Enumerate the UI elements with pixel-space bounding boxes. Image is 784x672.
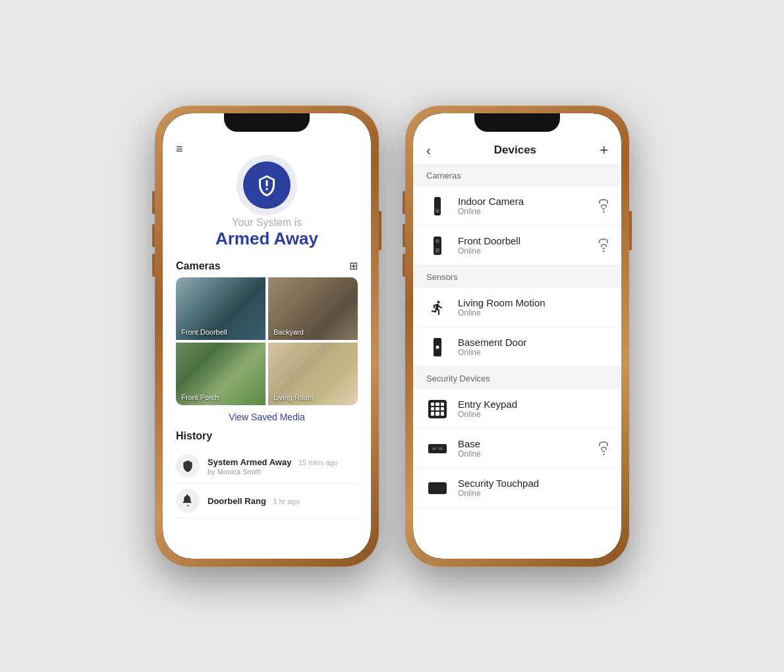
notch-right xyxy=(474,113,560,132)
base-wifi-icon xyxy=(599,441,608,455)
base-device-icon xyxy=(428,444,447,453)
living-room-motion-info: Living Room Motion Online xyxy=(458,297,608,318)
camera-thumb-living-room[interactable]: Living Room xyxy=(268,343,358,405)
cam-label-backyard: Backyard xyxy=(273,328,304,336)
security-devices-section-title: Security Devices xyxy=(426,374,490,383)
back-button[interactable]: ‹ xyxy=(426,143,431,158)
device-item-base[interactable]: Base Online xyxy=(413,429,621,468)
base-icon-wrap xyxy=(426,444,449,453)
entry-keypad-name: Entry Keypad xyxy=(458,399,608,410)
door-sensor-icon-wrap xyxy=(426,338,449,356)
touchpad-icon-wrap xyxy=(426,482,449,494)
history-item-doorbell[interactable]: Doorbell Rang 1 hr ago xyxy=(176,484,358,518)
base-name: Base xyxy=(458,438,590,449)
history-armed-sub: by Monica Smith xyxy=(208,468,358,476)
history-section-label: History xyxy=(176,430,358,442)
camera-thumb-front-doorbell[interactable]: Front Doorbell xyxy=(176,277,266,340)
living-room-motion-name: Living Room Motion xyxy=(458,297,608,308)
doorbell-history-icon xyxy=(181,494,194,507)
indoor-camera-info: Indoor Camera Online xyxy=(458,196,590,216)
notch xyxy=(224,113,310,132)
device-item-security-touchpad[interactable]: Security Touchpad Online xyxy=(413,468,621,508)
status-area: Your System is Armed Away xyxy=(176,161,358,249)
security-touchpad-name: Security Touchpad xyxy=(458,478,608,489)
motion-sensor-icon xyxy=(430,300,445,316)
history-item-armed-title: System Armed Away 15 mins ago xyxy=(208,456,358,468)
motion-icon-wrap xyxy=(426,300,449,316)
nav-bar: ‹ Devices + xyxy=(413,136,621,164)
camera-thumb-backyard[interactable]: Backyard xyxy=(268,277,358,340)
indoor-camera-name: Indoor Camera xyxy=(458,196,590,207)
base-status: Online xyxy=(458,449,590,459)
cam-label-living-room: Living Room xyxy=(273,393,314,401)
system-pre-text: Your System is xyxy=(176,217,358,229)
shield-circle xyxy=(243,161,291,209)
camera-grid: Front Doorbell Backyard Front Porch Livi… xyxy=(176,277,358,405)
history-armed-title-text: System Armed Away xyxy=(208,457,291,467)
keypad-icon xyxy=(428,400,447,418)
cam-label-front-porch: Front Porch xyxy=(181,393,219,401)
shield-history-icon xyxy=(181,459,194,472)
indoor-camera-status: Online xyxy=(458,207,590,216)
basement-door-info: Basement Door Online xyxy=(458,337,608,357)
doorbell-device-icon xyxy=(434,237,441,255)
left-phone: ≡ Your System is Armed Away Camera xyxy=(155,105,379,567)
device-item-basement-door[interactable]: Basement Door Online xyxy=(413,327,621,367)
history-armed-icon xyxy=(176,454,200,478)
indoor-cam-icon xyxy=(434,197,441,215)
security-devices-section-header: Security Devices xyxy=(413,367,621,389)
history-item-doorbell-title-row: Doorbell Rang 1 hr ago xyxy=(208,495,358,507)
cameras-section-header: Cameras xyxy=(413,164,621,186)
living-room-motion-status: Online xyxy=(458,308,608,318)
basement-door-name: Basement Door xyxy=(458,337,608,348)
keypad-icon-wrap xyxy=(426,400,449,418)
indoor-camera-wifi-icon xyxy=(599,199,608,213)
cameras-section-title: Cameras xyxy=(426,171,461,181)
device-item-front-doorbell[interactable]: Front Doorbell Online xyxy=(413,226,621,266)
security-touchpad-info: Security Touchpad Online xyxy=(458,478,608,498)
front-doorbell-info: Front Doorbell Online xyxy=(458,235,590,256)
device-item-indoor-camera[interactable]: Indoor Camera Online xyxy=(413,186,621,226)
add-device-button[interactable]: + xyxy=(600,142,608,159)
right-phone: ‹ Devices + Cameras Indoor C xyxy=(405,105,629,567)
menu-icon[interactable]: ≡ xyxy=(176,143,358,155)
history-item-armed[interactable]: System Armed Away 15 mins ago by Monica … xyxy=(176,449,358,484)
security-touchpad-status: Online xyxy=(458,489,608,498)
view-saved-media-link[interactable]: View Saved Media xyxy=(176,412,358,422)
history-doorbell-title-text: Doorbell Rang xyxy=(208,496,266,506)
front-doorbell-status: Online xyxy=(458,246,590,256)
shield-icon xyxy=(255,173,279,197)
device-item-entry-keypad[interactable]: Entry Keypad Online xyxy=(413,389,621,429)
home-screen: ≡ Your System is Armed Away Camera xyxy=(163,136,371,559)
touchpad-icon xyxy=(428,482,447,494)
door-sensor-icon xyxy=(434,338,441,356)
history-armed-time: 15 mins ago xyxy=(298,459,338,466)
cameras-header: Cameras ⊞ xyxy=(176,260,358,272)
indoor-cam-icon-wrap xyxy=(426,197,449,215)
devices-screen: ‹ Devices + Cameras Indoor C xyxy=(413,136,621,559)
history-doorbell-icon xyxy=(176,489,200,513)
sensors-section-title: Sensors xyxy=(426,272,458,282)
front-doorbell-wifi-icon xyxy=(599,238,608,252)
doorbell-icon-wrap xyxy=(426,237,449,255)
page-title: Devices xyxy=(494,144,536,157)
history-item-armed-info: System Armed Away 15 mins ago by Monica … xyxy=(208,456,358,476)
grid-view-icon[interactable]: ⊞ xyxy=(349,260,358,272)
base-info: Base Online xyxy=(458,438,590,459)
front-doorbell-name: Front Doorbell xyxy=(458,235,590,246)
armed-status-text: Armed Away xyxy=(176,229,358,249)
history-doorbell-time: 1 hr ago xyxy=(273,497,299,505)
sensors-section-header: Sensors xyxy=(413,266,621,288)
basement-door-status: Online xyxy=(458,348,608,357)
history-item-doorbell-info: Doorbell Rang 1 hr ago xyxy=(208,495,358,507)
cam-label-front-doorbell: Front Doorbell xyxy=(181,328,227,336)
entry-keypad-info: Entry Keypad Online xyxy=(458,399,608,419)
entry-keypad-status: Online xyxy=(458,410,608,419)
cameras-section-label: Cameras xyxy=(176,260,221,272)
camera-thumb-front-porch[interactable]: Front Porch xyxy=(176,343,266,405)
device-item-living-room-motion[interactable]: Living Room Motion Online xyxy=(413,288,621,327)
